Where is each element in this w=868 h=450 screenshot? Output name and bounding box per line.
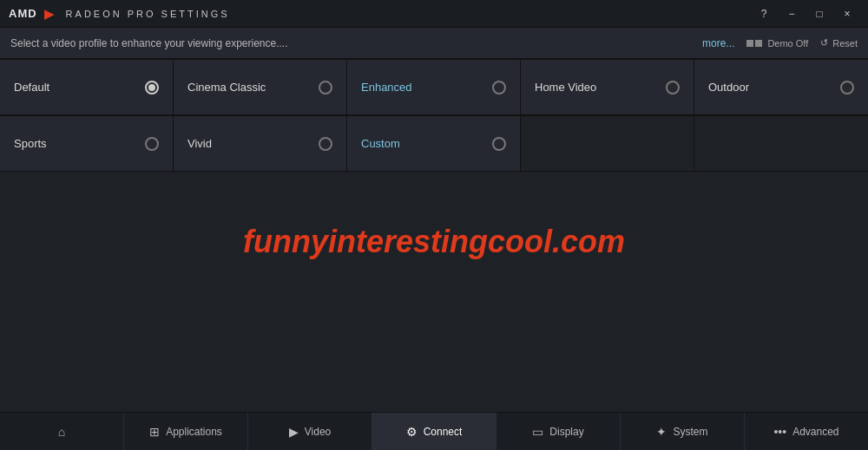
reset-label: Reset bbox=[832, 38, 858, 49]
demo-rect-1 bbox=[746, 40, 753, 47]
advanced-icon: ••• bbox=[773, 425, 786, 439]
profile-enhanced[interactable]: Enhanced bbox=[347, 60, 521, 115]
nav-applications[interactable]: ⊞ Applications bbox=[124, 413, 248, 450]
help-button[interactable]: ? bbox=[752, 5, 776, 23]
radeon-label: RADEON PRO SETTINGS bbox=[66, 9, 230, 19]
profile-vivid[interactable]: Vivid bbox=[174, 116, 347, 172]
video-label: Video bbox=[305, 426, 331, 438]
home-icon: ⌂ bbox=[58, 425, 65, 439]
toolbar: Select a video profile to enhance your v… bbox=[0, 28, 868, 59]
profile-home-video-radio[interactable] bbox=[666, 81, 680, 95]
demo-icon bbox=[746, 40, 762, 47]
window-controls: ? − □ × bbox=[752, 5, 859, 23]
nav-advanced[interactable]: ••• Advanced bbox=[745, 413, 868, 450]
watermark-text: funnyinterestingcool.com bbox=[243, 224, 625, 259]
connect-icon: ⚙ bbox=[406, 425, 418, 439]
profile-cinema-classic-name: Cinema Classic bbox=[187, 81, 319, 94]
profile-sports[interactable]: Sports bbox=[0, 116, 174, 172]
profiles-row-2: Sports Vivid Custom bbox=[0, 115, 868, 172]
profiles-row-1: Default Cinema Classic Enhanced Home Vid… bbox=[0, 59, 868, 115]
connect-label: Connect bbox=[424, 426, 463, 438]
profile-home-video-name: Home Video bbox=[535, 81, 666, 94]
profile-cinema-classic[interactable]: Cinema Classic bbox=[174, 60, 347, 115]
demo-label: Demo Off bbox=[767, 38, 808, 49]
close-button[interactable]: × bbox=[835, 5, 859, 23]
applications-icon: ⊞ bbox=[149, 425, 160, 439]
profile-sports-name: Sports bbox=[14, 137, 145, 150]
system-label: System bbox=[673, 426, 707, 438]
profile-outdoor[interactable]: Outdoor bbox=[694, 60, 868, 115]
display-icon: ▭ bbox=[532, 425, 543, 439]
video-icon: ▶ bbox=[289, 425, 299, 439]
profile-vivid-radio[interactable] bbox=[319, 137, 332, 151]
nav-video[interactable]: ▶ Video bbox=[248, 413, 372, 450]
amd-arrow-icon: ▶ bbox=[44, 7, 54, 21]
toolbar-description: Select a video profile to enhance your v… bbox=[10, 37, 702, 49]
toolbar-actions: more... Demo Off ↺ Reset bbox=[702, 37, 858, 49]
more-button[interactable]: more... bbox=[702, 37, 734, 49]
profile-default[interactable]: Default bbox=[0, 60, 174, 115]
profile-custom[interactable]: Custom bbox=[347, 116, 521, 172]
reset-container[interactable]: ↺ Reset bbox=[820, 37, 858, 49]
profile-default-name: Default bbox=[14, 81, 145, 94]
profile-home-video[interactable]: Home Video bbox=[521, 60, 694, 115]
advanced-label: Advanced bbox=[792, 426, 838, 438]
demo-container[interactable]: Demo Off bbox=[746, 38, 808, 49]
amd-label: AMD bbox=[9, 7, 37, 20]
profile-vivid-name: Vivid bbox=[187, 137, 319, 150]
maximize-button[interactable]: □ bbox=[807, 5, 832, 23]
applications-label: Applications bbox=[166, 426, 222, 438]
profile-custom-name: Custom bbox=[361, 137, 492, 150]
profile-custom-radio[interactable] bbox=[492, 137, 506, 151]
profile-outdoor-name: Outdoor bbox=[708, 81, 840, 94]
profile-sports-radio[interactable] bbox=[145, 137, 159, 151]
profile-empty-1 bbox=[521, 116, 694, 172]
amd-logo: AMD ▶ RADEON PRO SETTINGS bbox=[9, 7, 230, 21]
profile-default-radio[interactable] bbox=[145, 81, 159, 95]
bottom-nav: ⌂ ⊞ Applications ▶ Video ⚙ Connect ▭ Dis… bbox=[0, 412, 868, 450]
watermark: funnyinterestingcool.com bbox=[0, 172, 868, 312]
profile-outdoor-radio[interactable] bbox=[840, 81, 854, 95]
reset-icon: ↺ bbox=[820, 37, 828, 49]
profile-empty-2 bbox=[694, 116, 868, 172]
system-icon: ✦ bbox=[656, 425, 667, 439]
profile-enhanced-name: Enhanced bbox=[361, 81, 492, 94]
display-label: Display bbox=[549, 426, 583, 438]
demo-rect-2 bbox=[755, 40, 762, 47]
title-bar: AMD ▶ RADEON PRO SETTINGS ? − □ × bbox=[0, 0, 868, 28]
nav-home[interactable]: ⌂ bbox=[0, 413, 124, 450]
profile-enhanced-radio[interactable] bbox=[492, 81, 506, 95]
minimize-button[interactable]: − bbox=[779, 5, 804, 23]
profile-cinema-classic-radio[interactable] bbox=[319, 81, 332, 95]
nav-system[interactable]: ✦ System bbox=[621, 413, 745, 450]
nav-connect[interactable]: ⚙ Connect bbox=[372, 413, 496, 450]
nav-display[interactable]: ▭ Display bbox=[496, 413, 621, 450]
